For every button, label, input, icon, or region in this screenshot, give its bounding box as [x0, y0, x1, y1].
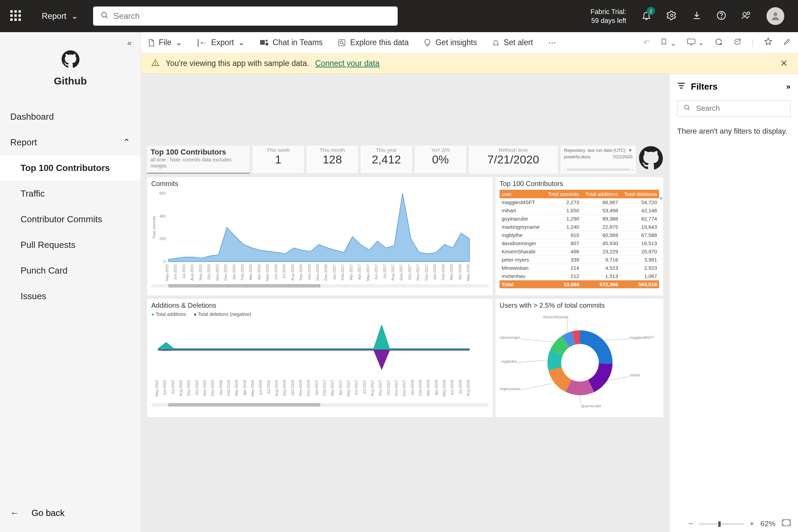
- refresh-button[interactable]: [715, 38, 723, 48]
- svg-text:Jun-2017: Jun-2017: [374, 264, 378, 280]
- account-avatar[interactable]: [767, 7, 784, 25]
- svg-text:Sep-2016: Sep-2016: [299, 264, 303, 281]
- file-menu[interactable]: File⌄: [148, 38, 182, 47]
- repository-info-card[interactable]: Repositorylast run date (UTC)▼ powerbi-d…: [561, 146, 636, 174]
- svg-text:Jan-2016: Jan-2016: [219, 380, 223, 396]
- comment-button[interactable]: [733, 38, 741, 48]
- download-button[interactable]: [692, 11, 702, 22]
- search-input[interactable]: [114, 11, 390, 21]
- nav-traffic[interactable]: Traffic: [0, 181, 141, 207]
- ad-scrollbar[interactable]: [151, 403, 489, 407]
- banner-text: You're viewing this app with sample data…: [166, 59, 309, 68]
- table-row[interactable]: mihart1,55053,49842,148: [500, 207, 659, 215]
- svg-point-18: [155, 64, 156, 65]
- close-banner-button[interactable]: ✕: [780, 58, 788, 69]
- report-dropdown[interactable]: Report ⌄: [42, 11, 78, 21]
- svg-rect-8: [260, 40, 265, 45]
- svg-text:Jun-2018: Jun-2018: [450, 380, 454, 396]
- nav-top-contributors[interactable]: Top 100 Contributors: [0, 155, 141, 181]
- table-row[interactable]: KesemSharabi49623,22920,970: [500, 248, 659, 256]
- svg-text:Sep-2015: Sep-2015: [198, 264, 203, 281]
- trial-status: Fabric Trial: 59 days left: [591, 7, 626, 25]
- commits-scrollbar[interactable]: [151, 284, 489, 288]
- feedback-button[interactable]: [741, 10, 751, 22]
- nav-dashboard[interactable]: Dashboard: [0, 104, 141, 130]
- table-row[interactable]: markingmyname1,24022,87519,643: [500, 223, 659, 231]
- svg-text:Jul-2017: Jul-2017: [383, 264, 387, 279]
- zoom-percent: 62%: [760, 519, 775, 528]
- table-row[interactable]: mgblythe91060,56967,588: [500, 231, 659, 239]
- connect-data-link[interactable]: Connect your data: [315, 59, 379, 68]
- nav-report[interactable]: Report ⌃: [0, 130, 141, 155]
- app-launcher-icon[interactable]: [10, 10, 22, 22]
- global-search[interactable]: [93, 6, 398, 26]
- svg-text:Total commits: Total commits: [152, 216, 156, 239]
- svg-text:davidiseminger: davidiseminger: [500, 335, 520, 340]
- filters-search[interactable]: [677, 100, 790, 117]
- more-options-button[interactable]: ⋯: [548, 38, 556, 47]
- nav-pull-requests[interactable]: Pull Requests: [0, 232, 141, 258]
- table-row[interactable]: guyinacube1,29089,38882,774: [500, 215, 659, 223]
- export-menu[interactable]: |← Export⌄: [197, 38, 244, 47]
- kpi-yoy[interactable]: YoY Δ% 0%: [415, 146, 466, 174]
- collapse-sidebar-button[interactable]: «: [127, 38, 132, 48]
- nav-issues[interactable]: Issues: [0, 283, 141, 309]
- fit-to-page-button[interactable]: [782, 519, 791, 529]
- chat-teams-button[interactable]: Chat in Teams: [260, 38, 323, 47]
- svg-text:Nov-2017: Nov-2017: [416, 264, 420, 281]
- svg-text:Nov-2015: Nov-2015: [215, 264, 219, 281]
- export-icon: |←: [197, 38, 207, 47]
- svg-text:guyinacube: guyinacube: [582, 404, 601, 408]
- svg-text:Dec-2015: Dec-2015: [223, 264, 228, 281]
- edit-button[interactable]: [783, 38, 791, 48]
- expand-filters-button[interactable]: »: [786, 82, 790, 91]
- svg-text:Apr-2016: Apr-2016: [257, 264, 261, 280]
- favorite-button[interactable]: [764, 37, 773, 48]
- svg-text:Apr-2017: Apr-2017: [338, 380, 343, 395]
- zoom-slider[interactable]: [699, 523, 744, 524]
- set-alert-button[interactable]: Set alert: [492, 38, 533, 47]
- svg-point-0: [102, 12, 106, 17]
- table-row[interactable]: mshenhav2121,5131,067: [500, 272, 659, 280]
- notifications-button[interactable]: 2: [641, 10, 652, 22]
- table-row[interactable]: davidiseminger80745,93016,513: [500, 239, 659, 248]
- svg-point-16: [737, 41, 737, 42]
- zoom-in-button[interactable]: +: [750, 519, 754, 528]
- table-row[interactable]: Minewiskan2144,5232,923: [500, 264, 659, 272]
- users-donut-chart[interactable]: Users with > 2.5% of total commits maggi…: [495, 299, 663, 417]
- table-scrollbar[interactable]: [660, 197, 662, 200]
- svg-text:Apr-2018: Apr-2018: [458, 264, 462, 280]
- settings-button[interactable]: [667, 10, 677, 22]
- kpi-this-month[interactable]: This month 128: [307, 146, 358, 174]
- get-insights-button[interactable]: Get insights: [424, 38, 477, 47]
- svg-rect-118: [680, 88, 683, 89]
- nav-contributor-commits[interactable]: Contributor Commits: [0, 207, 141, 232]
- warning-icon: [151, 58, 159, 69]
- svg-text:Feb-2017: Feb-2017: [340, 264, 345, 280]
- svg-text:Feb-2016: Feb-2016: [240, 264, 244, 280]
- zoom-out-button[interactable]: −: [688, 519, 693, 528]
- table-row[interactable]: maggiesMSFT2,27366,96754,720: [500, 198, 659, 207]
- kpi-this-year[interactable]: This year 2,412: [361, 146, 412, 174]
- commits-chart[interactable]: Commits 0200400600Total commitsMay-2015J…: [147, 177, 493, 295]
- kpi-refresh-time[interactable]: Refresh time 7/21/2020: [469, 146, 558, 174]
- bookmark-button[interactable]: ⌄: [660, 38, 676, 48]
- filters-search-input[interactable]: [696, 104, 790, 113]
- svg-text:Jul-2018: Jul-2018: [458, 380, 462, 394]
- help-button[interactable]: [717, 11, 726, 22]
- go-back-button[interactable]: ← Go back: [10, 508, 65, 518]
- svg-text:Dec-2015: Dec-2015: [210, 380, 215, 396]
- table-row[interactable]: peter-myers3399,7163,991: [500, 256, 659, 264]
- svg-text:Mar-2018: Mar-2018: [426, 380, 430, 396]
- undo-button[interactable]: ↶: [643, 38, 650, 47]
- svg-text:Jul-2017: Jul-2017: [362, 380, 366, 394]
- contributors-table[interactable]: Top 100 Contributors userTotal commitsTo…: [495, 177, 663, 295]
- svg-text:Mar-2018: Mar-2018: [449, 264, 453, 280]
- additions-deletions-chart[interactable]: Additions & Deletions Total additions To…: [147, 299, 493, 417]
- explore-data-button[interactable]: Explore this data: [338, 38, 409, 47]
- nav-punch-card[interactable]: Punch Card: [0, 258, 141, 283]
- svg-line-102: [603, 339, 630, 340]
- kpi-this-week[interactable]: This week 1: [253, 146, 304, 174]
- svg-text:Nov-2017: Nov-2017: [394, 380, 398, 396]
- view-button[interactable]: ⌄: [687, 38, 704, 47]
